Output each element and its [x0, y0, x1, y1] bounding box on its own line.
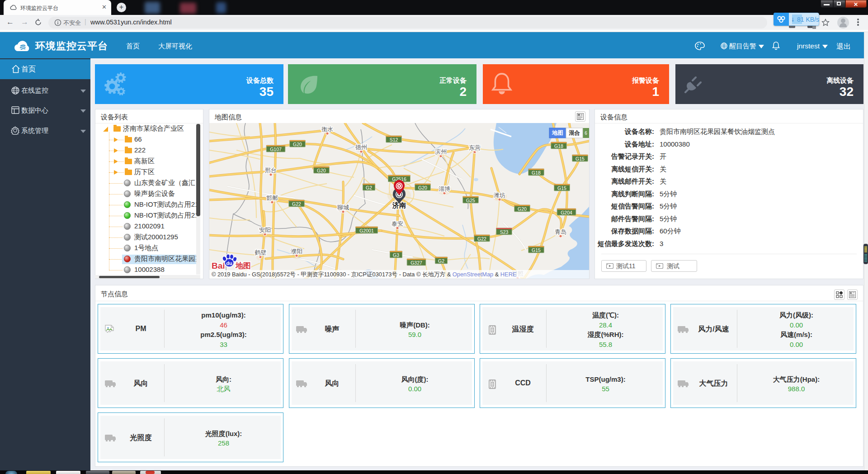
svg-text:G20: G20 — [293, 142, 302, 147]
svg-text:G327: G327 — [410, 260, 422, 265]
svg-text:G25: G25 — [466, 198, 475, 203]
svg-text:邯郸: 邯郸 — [266, 194, 278, 201]
svg-text:G107: G107 — [270, 147, 282, 152]
svg-text:G20: G20 — [518, 206, 527, 212]
svg-text:© 2019 Baidu - GS(2018)5572号 -: © 2019 Baidu - GS(2018)5572号 - 甲测资字11009… — [212, 271, 516, 278]
svg-text:G22: G22 — [292, 201, 301, 207]
svg-text:G15: G15 — [532, 247, 541, 253]
svg-text:G204: G204 — [561, 210, 572, 215]
svg-text:邢台: 邢台 — [265, 167, 277, 174]
svg-text:G20: G20 — [418, 185, 427, 190]
svg-text:G2: G2 — [438, 258, 444, 264]
svg-text:G20: G20 — [317, 168, 326, 173]
svg-text:G15: G15 — [576, 156, 585, 161]
svg-text:G18: G18 — [532, 170, 541, 175]
svg-text:德州: 德州 — [355, 144, 367, 151]
svg-text:6: 6 — [585, 131, 587, 136]
svg-text:混合: 混合 — [568, 130, 580, 136]
svg-text:G3: G3 — [393, 252, 399, 258]
svg-text:G15: G15 — [557, 185, 566, 191]
svg-text:du: du — [226, 261, 232, 266]
svg-text:潍坊: 潍坊 — [493, 192, 505, 199]
svg-text:地图: 地图 — [235, 261, 251, 270]
svg-text:G2: G2 — [366, 185, 372, 190]
svg-text:衡水: 衡水 — [321, 126, 333, 133]
svg-text:G18: G18 — [554, 143, 563, 149]
svg-text:聊城: 聊城 — [337, 204, 349, 211]
svg-text:青岛: 青岛 — [555, 228, 566, 235]
svg-text:泰安: 泰安 — [392, 220, 403, 227]
svg-text:濮阳: 濮阳 — [290, 248, 302, 255]
svg-text:S12: S12 — [390, 137, 398, 142]
svg-text:安阳: 安阳 — [259, 227, 271, 233]
svg-text:G22: G22 — [477, 236, 486, 242]
svg-text:东营: 东营 — [469, 144, 481, 151]
svg-text:鹤壁: 鹤壁 — [255, 249, 266, 256]
svg-text:淄博: 淄博 — [439, 185, 450, 192]
svg-text:S23: S23 — [500, 229, 509, 235]
svg-text:Bai: Bai — [212, 261, 225, 270]
svg-text:地图: 地图 — [552, 130, 563, 136]
svg-text:G2001: G2001 — [359, 228, 374, 233]
svg-text:滨州: 滨州 — [435, 148, 447, 155]
